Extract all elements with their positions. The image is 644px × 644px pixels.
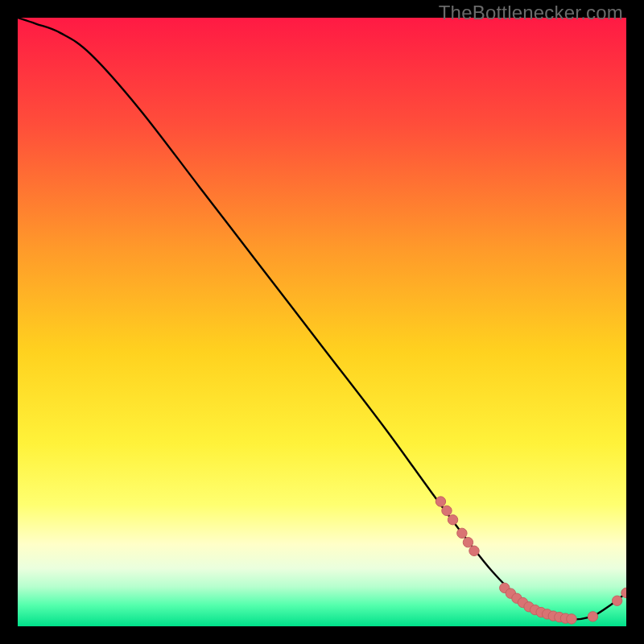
- data-marker: [567, 614, 576, 624]
- chart-svg: [18, 18, 626, 626]
- data-marker: [469, 546, 479, 555]
- chart-stage: TheBottlenecker.com: [0, 0, 644, 644]
- watermark-text: TheBottlenecker.com: [439, 2, 623, 24]
- curve-layer: [18, 18, 626, 620]
- data-marker: [463, 537, 473, 547]
- data-marker: [448, 515, 457, 525]
- plot-area: [18, 18, 626, 626]
- bottleneck-curve: [18, 18, 626, 620]
- data-marker: [457, 528, 467, 538]
- data-marker: [436, 497, 445, 506]
- marker-layer: [436, 497, 626, 624]
- data-marker: [612, 596, 621, 605]
- data-marker: [442, 506, 452, 515]
- data-marker: [588, 612, 597, 621]
